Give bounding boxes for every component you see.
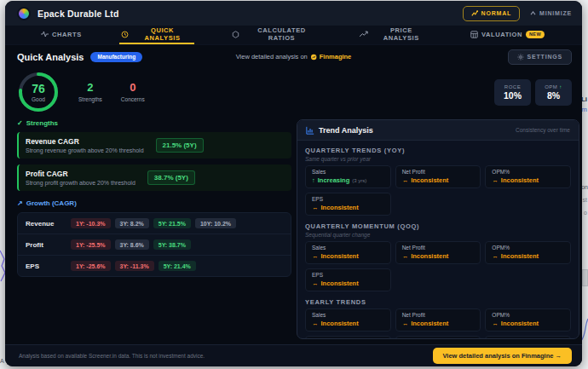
trend-status: Inconsistent <box>321 280 359 287</box>
trend-flat-icon: ↔ <box>312 280 319 287</box>
strengths-count-block: 2 Strengths <box>78 82 102 102</box>
bar-chart-icon <box>306 126 314 135</box>
tab-label: PRICE ANALYSIS <box>372 26 431 42</box>
background-text-fragment: on <box>581 184 588 190</box>
trend-note: (3 yrs) <box>352 178 366 183</box>
tab-calculated-ratios[interactable]: CALCULATED RATIOS <box>230 26 322 44</box>
growth-chip-3y: 3Y: -11.3% <box>115 261 154 271</box>
trend-flat-icon: ↔ <box>402 252 409 260</box>
trend-cell-opm: OPM% ↔ Inconsistent <box>485 308 571 332</box>
company-logo-icon <box>17 7 31 20</box>
strength-desc: Strong profit growth above 20% threshold <box>26 180 135 186</box>
row-label: Revenue <box>26 220 66 228</box>
new-badge: NEW <box>526 31 545 38</box>
strength-value-badge: 21.5% (5Y) <box>156 138 204 153</box>
growth-chip-1y: 1Y: -25.6% <box>71 261 111 271</box>
tab-quick-analysis[interactable]: QUICK ANALYSIS <box>119 26 194 44</box>
trend-flat-icon: ↔ <box>312 204 319 211</box>
strength-value-badge: 38.7% (5Y) <box>147 170 195 185</box>
trend-status: Inconsistent <box>411 176 448 184</box>
section-title-quarterly-qoq: QUARTERLY MOMENTUM (QOQ) <box>305 222 571 230</box>
finmagine-icon <box>310 54 317 61</box>
trend-status: Inconsistent <box>501 252 539 260</box>
trend-cell-reserves: Reserves ↑ Increasing (5 yrs) <box>395 336 481 339</box>
trend-cell-eps: EPS ↔ Inconsistent <box>305 193 391 216</box>
trending-up-icon: ↗ <box>17 199 23 207</box>
trending-up-icon <box>360 31 368 37</box>
strength-card-revenue-cagr: Revenue CAGR Strong revenue growth above… <box>17 132 291 159</box>
growth-chip-1y: 1Y: -25.5% <box>71 239 111 250</box>
growth-heading-label: Growth (CAGR) <box>26 199 77 207</box>
mode-button[interactable]: NORMAL <box>463 6 521 21</box>
trend-status: Inconsistent <box>321 320 359 327</box>
tab-label: CHARTS <box>52 31 82 38</box>
tab-label: CALCULATED RATIOS <box>243 26 320 42</box>
sector-badge: Manufacturing <box>90 52 142 62</box>
strengths-count: 2 <box>78 82 102 94</box>
table-row-profit: Profit 1Y: -25.5% 3Y: 8.6% 5Y: 38.7% <box>18 234 291 256</box>
concerns-count-label: Concerns <box>121 96 145 102</box>
footer-bar: Analysis based on available Screener.in … <box>5 344 582 366</box>
trend-flat-icon: ↔ <box>402 176 409 184</box>
section-title-quarterly-yoy: QUARTERLY TRENDS (YOY) <box>305 147 571 154</box>
trend-grid-qoq: Sales ↔ Inconsistent Net Profit ↔ Incons… <box>305 241 571 291</box>
concerns-count: 0 <box>121 82 145 94</box>
view-detailed-analysis-button[interactable]: View detailed analysis on Finmagine → <box>433 348 573 364</box>
trend-cell-label: OPM% <box>492 245 564 251</box>
clock-icon <box>121 31 129 38</box>
tab-label: VALUATION <box>481 31 522 38</box>
section-title-yearly: YEARLY TRENDS <box>305 298 571 306</box>
strength-title: Revenue CAGR <box>26 137 144 146</box>
background-link-fragment: m <box>581 106 587 113</box>
strengths-count-label: Strengths <box>78 96 102 102</box>
settings-button[interactable]: SETTINGS <box>508 49 572 65</box>
growth-chip-10y: 10Y: 10.2% <box>195 218 236 228</box>
trend-cell-net-profit: Net Profit ↔ Inconsistent <box>395 241 481 264</box>
disclaimer-text: Analysis based on available Screener.in … <box>19 353 205 359</box>
trend-panel-subtitle: Consistency over time <box>516 127 570 133</box>
grid-icon <box>470 31 478 38</box>
company-title: Epack Durable Ltd <box>37 9 119 19</box>
trend-status: Inconsistent <box>321 204 359 211</box>
finmagine-link[interactable]: Finmagine <box>320 53 352 61</box>
tab-label: QUICK ANALYSIS <box>132 26 193 42</box>
activity-icon <box>41 31 49 37</box>
pulse-icon <box>471 10 478 17</box>
growth-chip-5y: 5Y: 21.4% <box>159 261 196 271</box>
background-text-fragment: st <box>583 197 587 203</box>
trend-status: Increasing <box>318 176 350 184</box>
tab-bar: CHARTS QUICK ANALYSIS CALCULATED RATIOS … <box>5 26 582 45</box>
trend-cell-net-profit: Net Profit ↔ Inconsistent <box>395 308 481 332</box>
trend-grid-yearly: Sales ↔ Inconsistent Net Profit ↔ Incons… <box>305 308 571 339</box>
trend-grid-yoy: Sales ↑ Increasing (3 yrs) Net Profit ↔ … <box>305 165 571 216</box>
score-value: 76 <box>32 83 45 95</box>
growth-chip-3y: 3Y: 8.2% <box>115 218 149 228</box>
tab-charts[interactable]: CHARTS <box>39 26 84 44</box>
trend-cell-sales: Sales ↑ Increasing (3 yrs) <box>305 165 391 188</box>
trend-up-icon: ↑ <box>312 176 315 184</box>
page-title: Quick Analysis <box>17 52 84 62</box>
left-column: ✓ Strengths Revenue CAGR Strong revenue … <box>17 119 291 277</box>
growth-chip-5y: 5Y: 38.7% <box>153 239 191 250</box>
trend-flat-icon: ↔ <box>312 252 319 260</box>
growth-cagr-table: Revenue 1Y: -10.3% 3Y: 8.2% 5Y: 21.5% 10… <box>17 212 291 277</box>
trend-flat-icon: ↔ <box>492 176 499 184</box>
trend-panel-title: Trend Analysis <box>319 126 373 135</box>
trend-cell-label: EPS <box>312 196 384 202</box>
mode-label: NORMAL <box>481 10 512 16</box>
tab-price-analysis[interactable]: PRICE ANALYSIS <box>358 26 433 44</box>
section-subtitle: Same quarter vs prior year <box>305 156 571 162</box>
strengths-heading-label: Strengths <box>26 119 58 127</box>
trend-status: Inconsistent <box>411 320 448 327</box>
minimize-button[interactable]: MINIMIZE <box>530 10 572 16</box>
background-text-fragment: o <box>584 210 587 216</box>
arrow-up-icon: ↑ <box>559 84 562 89</box>
trend-status: Inconsistent <box>321 252 359 260</box>
trend-cell-label: OPM% <box>492 312 564 318</box>
trend-cell-eps: EPS ↔ Inconsistent <box>305 268 391 291</box>
tab-valuation[interactable]: VALUATION NEW <box>469 26 546 44</box>
trend-cell-opm: OPM% ↔ Inconsistent <box>485 241 571 264</box>
trend-cell-eps: EPS ↔ Inconsistent <box>305 336 391 339</box>
table-row-revenue: Revenue 1Y: -10.3% 3Y: 8.2% 5Y: 21.5% 10… <box>18 213 291 234</box>
score-label: Good <box>32 96 45 102</box>
